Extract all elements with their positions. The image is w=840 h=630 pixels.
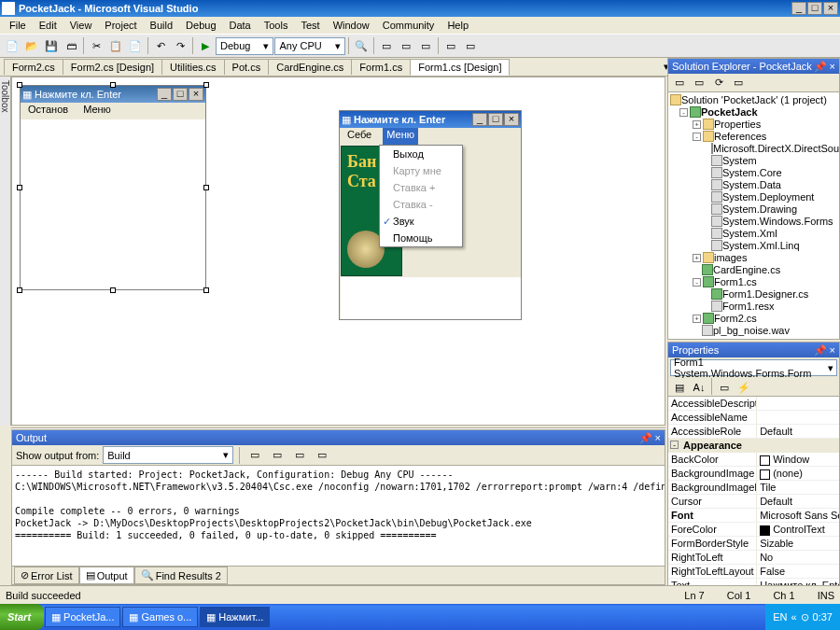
properties-button[interactable]: ▭	[715, 378, 734, 397]
categorized-button[interactable]: ▤	[670, 378, 689, 397]
tab-find-results[interactable]: 🔍Find Results 2	[134, 567, 228, 584]
pin-icon[interactable]: 📌 ×	[639, 432, 661, 444]
popup-help[interactable]: Помощь	[380, 230, 462, 246]
prop-row[interactable]: FormBorderStyleSizable	[668, 537, 839, 551]
output-text[interactable]: ------ Build started: Project: PocketJac…	[12, 466, 665, 566]
toolbox-panel[interactable]: Toolbox	[0, 77, 11, 426]
prop-category-appearance[interactable]: -Appearance	[668, 439, 839, 453]
find-button[interactable]: 🔍	[352, 36, 371, 55]
prop-row[interactable]: ForeColorControlText	[668, 523, 839, 537]
tb-btn-2[interactable]: ▭	[397, 36, 415, 55]
menu-debug[interactable]: Debug	[180, 19, 221, 32]
sol-btn-1[interactable]: ▭	[670, 74, 689, 92]
form2-menu-menu[interactable]: Меню	[383, 128, 418, 145]
solution-tree[interactable]: Solution 'PocketJack' (1 project) -Pocke…	[668, 92, 839, 339]
tab-error-list[interactable]: ⊘Error List	[14, 567, 79, 584]
alphabetical-button[interactable]: A↓	[690, 378, 708, 397]
file-form2[interactable]: +Form2.cs	[670, 313, 837, 325]
designer-surface[interactable]: ▦ Нажмите кл. Enter _ □ × Останов Меню ▦	[11, 77, 665, 426]
menu-help[interactable]: Help	[441, 19, 474, 32]
save-button[interactable]: 💾	[42, 36, 61, 55]
lang-indicator[interactable]: EN	[773, 611, 787, 623]
collapse-icon[interactable]: -	[693, 133, 701, 141]
output-btn-1[interactable]: ▭	[245, 446, 264, 465]
resize-handle[interactable]	[203, 82, 209, 88]
ref-item[interactable]: Microsoft.DirectX.DirectSound	[670, 143, 837, 155]
ref-item[interactable]: System.Windows.Forms	[670, 216, 837, 228]
tab-form2-cs[interactable]: Form2.cs	[4, 59, 63, 75]
expand-icon[interactable]: +	[693, 120, 701, 129]
restore-button[interactable]: □	[807, 2, 822, 15]
images-node[interactable]: +images	[670, 252, 837, 264]
expand-icon[interactable]: +	[693, 254, 701, 262]
output-btn-4[interactable]: ▭	[313, 446, 331, 465]
taskbar-item-active[interactable]: ▦Нажмит...	[200, 607, 270, 627]
new-project-button[interactable]: 📄	[3, 36, 21, 55]
platform-dropdown[interactable]: Any CPU▾	[274, 37, 344, 55]
ref-item[interactable]: System	[670, 155, 837, 167]
close-button[interactable]: ×	[823, 2, 838, 15]
tab-form1-cs[interactable]: Form1.cs	[351, 59, 411, 75]
resize-handle[interactable]	[17, 185, 22, 190]
popup-exit[interactable]: Выход	[380, 146, 462, 162]
collapse-icon[interactable]: -	[670, 441, 679, 449]
save-all-button[interactable]: 🗃	[62, 36, 80, 55]
prop-row[interactable]: AccessibleName	[668, 411, 839, 425]
tab-pot[interactable]: Pot.cs	[224, 59, 270, 75]
solution-root[interactable]: Solution 'PocketJack' (1 project)	[670, 94, 837, 106]
collapse-icon[interactable]: -	[679, 108, 688, 117]
ref-item[interactable]: System.Drawing	[670, 203, 837, 216]
project-node[interactable]: -PocketJack	[670, 106, 837, 119]
open-button[interactable]: 📂	[22, 36, 41, 55]
start-debug-button[interactable]: ▶	[196, 36, 215, 55]
properties-object-dropdown[interactable]: Form1 System.Windows.Forms.Form▾	[670, 359, 837, 376]
sol-btn-2[interactable]: ▭	[690, 74, 708, 92]
file-form1-resx[interactable]: Form1.resx	[670, 301, 837, 313]
tab-form1-design[interactable]: Form1.cs [Design]	[410, 59, 510, 76]
file-wav[interactable]: pl_bg_noise.wav	[670, 325, 837, 337]
form2-menustrip[interactable]: Себе Меню	[340, 128, 521, 145]
prop-row[interactable]: RightToLeftLayoutFalse	[668, 565, 839, 579]
menu-edit[interactable]: Edit	[34, 19, 63, 32]
collapse-icon[interactable]: -	[693, 278, 701, 287]
menu-tools[interactable]: Tools	[259, 19, 294, 32]
prop-row[interactable]: AccessibleRoleDefault	[668, 425, 839, 439]
minimize-button[interactable]: _	[791, 2, 806, 15]
ref-item[interactable]: System.Xml	[670, 228, 837, 240]
tb-btn-4[interactable]: ▭	[441, 36, 460, 55]
system-tray[interactable]: EN « ⊙ 0:37	[765, 604, 840, 630]
tab-output[interactable]: ▤Output	[79, 567, 134, 584]
paste-button[interactable]: 📄	[126, 36, 145, 55]
tray-icon-2[interactable]: ⊙	[801, 611, 809, 623]
form1-menustrip[interactable]: Останов Меню	[21, 103, 205, 119]
popup-card[interactable]: Карту мне	[380, 162, 462, 179]
resize-handle[interactable]	[110, 287, 116, 293]
cut-button[interactable]: ✂	[87, 36, 105, 55]
form1-menu-ostanov[interactable]: Останов	[24, 103, 72, 119]
undo-button[interactable]: ↶	[151, 36, 170, 55]
prop-row[interactable]: BackgroundImageLTile	[668, 481, 839, 495]
menu-view[interactable]: View	[64, 19, 98, 32]
ref-item[interactable]: System.Deployment	[670, 191, 837, 203]
tab-form2-design[interactable]: Form2.cs [Design]	[63, 59, 162, 75]
popup-sound[interactable]: Звук	[380, 213, 462, 230]
resize-handle[interactable]	[203, 287, 209, 293]
taskbar-item[interactable]: ▦PocketJa...	[45, 607, 120, 627]
pin-icon[interactable]: 📌 ×	[814, 61, 835, 73]
output-btn-2[interactable]: ▭	[268, 446, 287, 465]
tray-icon[interactable]: «	[791, 611, 796, 623]
tb-btn-3[interactable]: ▭	[416, 36, 435, 55]
output-btn-3[interactable]: ▭	[290, 446, 309, 465]
tab-utilities[interactable]: Utilities.cs	[161, 59, 225, 75]
menu-project[interactable]: Project	[99, 19, 142, 32]
prop-row[interactable]: BackgroundImage(none)	[668, 467, 839, 481]
prop-row[interactable]: FontMicrosoft Sans Serif;	[668, 509, 839, 523]
ref-item[interactable]: System.Data	[670, 179, 837, 191]
references-node[interactable]: -References	[670, 131, 837, 143]
tab-cardengine[interactable]: CardEngine.cs	[268, 59, 352, 75]
menu-community[interactable]: Community	[377, 19, 441, 32]
file-cardengine[interactable]: CardEngine.cs	[670, 264, 837, 276]
ref-item[interactable]: System.Core	[670, 167, 837, 179]
file-form1[interactable]: -Form1.cs	[670, 276, 837, 288]
events-button[interactable]: ⚡	[735, 378, 753, 397]
